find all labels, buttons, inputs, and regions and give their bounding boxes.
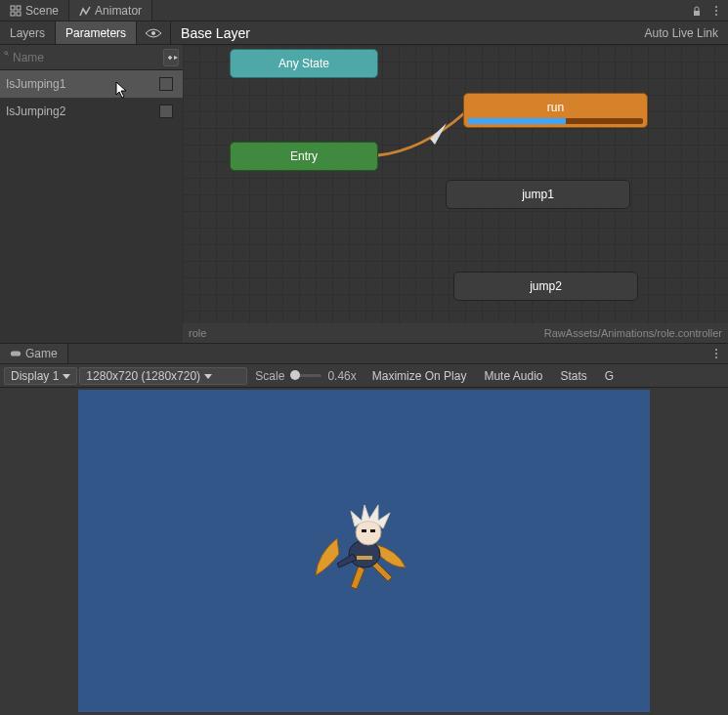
tab-scene-label: Scene [25,4,59,18]
layers-label: Layers [10,26,45,40]
tab-game-label: Game [25,347,58,360]
parameter-name: IsJumping1 [6,77,65,91]
node-run[interactable]: run [463,93,648,128]
breadcrumb[interactable]: Base Layer [171,21,260,44]
svg-rect-31 [362,529,366,532]
node-jump2[interactable]: jump2 [453,272,638,301]
svg-rect-2 [11,12,15,16]
animator-body: IsJumping1 IsJumping2 [0,45,728,343]
display-dropdown[interactable]: Display 1 [4,367,77,385]
tab-game[interactable]: Game [0,344,68,363]
parameter-list: IsJumping1 IsJumping2 [0,70,183,343]
game-tabstrip: Game [0,343,728,364]
add-parameter-button[interactable] [163,49,179,66]
gamepad-icon [10,348,21,359]
context-menu-icon[interactable] [710,5,722,17]
breadcrumb-label: Base Layer [181,25,250,41]
slider-thumb[interactable] [290,370,300,380]
svg-point-26 [715,357,717,358]
svg-point-6 [715,10,717,12]
auto-live-link[interactable]: Auto Live Link [635,21,728,44]
gizmos-label: G [605,369,614,383]
svg-point-9 [5,51,8,54]
search-icon [4,51,9,64]
parameters-button[interactable]: Parameters [56,21,137,44]
svg-rect-4 [694,11,700,16]
tab-animator[interactable]: Animator [69,0,152,21]
resolution-dropdown[interactable]: 1280x720 (1280x720) [79,367,247,385]
eye-icon [145,27,162,39]
parameter-checkbox[interactable] [159,77,173,91]
node-label: jump1 [522,188,554,201]
search-input[interactable] [13,51,159,64]
character-sprite [308,497,415,605]
parameter-row[interactable]: IsJumping2 [0,98,183,125]
node-progress [468,118,643,124]
resolution-label: 1280x720 (1280x720) [86,369,200,383]
svg-point-5 [715,6,717,8]
node-anystate[interactable]: Any State [230,49,378,78]
node-label: Entry [290,149,318,163]
link-label: Auto Live Link [645,26,718,40]
svg-point-8 [151,31,155,35]
game-viewport[interactable] [78,390,650,712]
svg-rect-23 [11,351,21,356]
parameters-label: Parameters [65,26,126,40]
scale-value: 0.46x [327,369,356,383]
svg-rect-0 [11,6,15,10]
tab-animator-label: Animator [95,4,142,18]
animator-toolbar: Layers Parameters Base Layer Auto Live L… [0,21,728,45]
state-graph[interactable]: Any State Entry run jump1 jump2 role Raw… [183,45,728,343]
context-menu-icon[interactable] [710,348,722,359]
footer-left: role [189,327,206,339]
stats-button[interactable]: Stats [553,366,595,386]
layers-button[interactable]: Layers [0,21,56,44]
visibility-toggle[interactable] [137,21,171,44]
grid-icon [10,5,21,17]
mute-label: Mute Audio [484,369,542,383]
gizmos-button[interactable]: G [597,366,621,386]
node-label: run [547,101,564,114]
lock-icon[interactable] [691,5,703,17]
slider-track [290,374,321,377]
scale-label: Scale [255,369,284,383]
parameter-checkbox[interactable] [159,105,173,118]
display-label: Display 1 [11,369,59,383]
svg-rect-32 [370,529,375,532]
svg-rect-1 [17,6,21,10]
svg-point-25 [715,353,717,355]
chevron-down-icon [63,372,70,380]
stats-label: Stats [561,369,587,383]
node-label: jump2 [530,279,562,293]
parameter-name: IsJumping2 [6,105,65,118]
maximize-button[interactable]: Maximize On Play [364,366,475,386]
scale-slider[interactable]: Scale 0.46x [249,369,362,383]
svg-marker-13 [174,56,178,60]
chevron-down-icon [204,372,212,380]
svg-point-7 [715,14,717,16]
node-entry[interactable]: Entry [230,142,378,171]
game-view-wrapper [0,388,728,715]
node-jump1[interactable]: jump1 [446,180,630,209]
node-label: Any State [278,57,329,70]
panel-tabstrip: Scene Animator [0,0,728,21]
parameter-row[interactable]: IsJumping1 [0,70,183,98]
svg-rect-3 [17,12,21,16]
footer-right: RawAssets/Animations/role.controller [544,327,722,339]
svg-rect-33 [357,556,372,560]
svg-marker-28 [204,374,212,379]
game-toolbar: Display 1 1280x720 (1280x720) Scale 0.46… [0,364,728,388]
svg-line-10 [7,54,8,55]
animator-icon [79,5,91,17]
tab-scene[interactable]: Scene [0,0,69,21]
maximize-label: Maximize On Play [372,369,467,383]
parameter-panel: IsJumping1 IsJumping2 [0,45,183,343]
parameter-search-row [0,45,183,70]
svg-marker-27 [63,374,70,379]
mute-button[interactable]: Mute Audio [476,366,550,386]
animator-footer: role RawAssets/Animations/role.controlle… [183,323,728,343]
svg-point-24 [715,349,717,351]
